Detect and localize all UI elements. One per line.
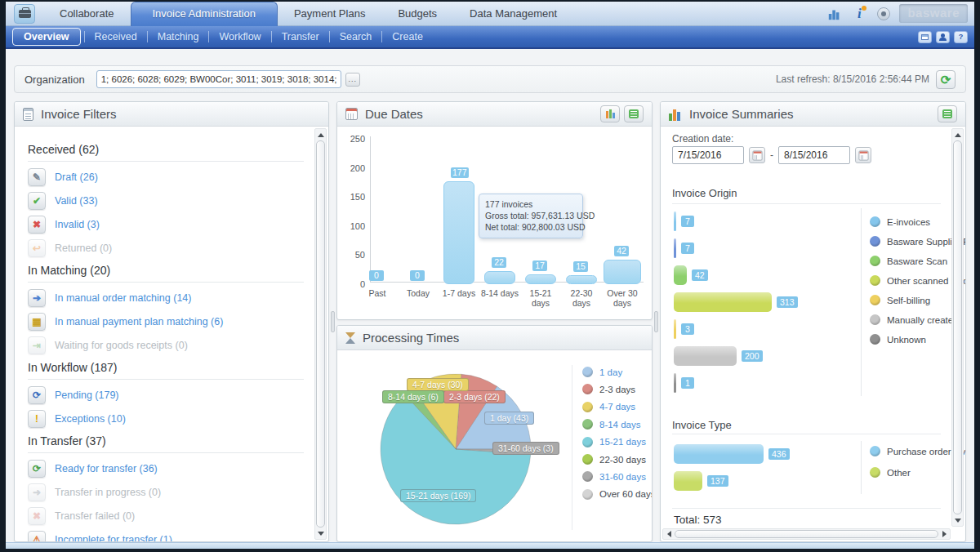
bar-basware-scan[interactable] (674, 265, 687, 285)
bar-basware-supplier-portal[interactable] (674, 238, 676, 258)
due-dates-title: Due Dates (365, 107, 423, 121)
bar-1-7-days[interactable] (443, 181, 474, 284)
summaries-export-button[interactable] (938, 105, 957, 122)
legend-dot (870, 334, 880, 345)
scroll-down-arrow[interactable] (953, 516, 962, 524)
filter-item-exceptions-10[interactable]: !Exceptions (10) (28, 410, 304, 428)
bar-self-billing[interactable] (674, 319, 676, 339)
application-window: CollaborateInvoice AdministrationPayment… (6, 2, 974, 549)
bar-8-14-days[interactable] (484, 271, 515, 284)
splitter-handle[interactable] (654, 311, 658, 332)
legend-dot (582, 367, 593, 377)
filter-item-in-manual-order-matching-14[interactable]: ➔In manual order matching (14) (28, 289, 304, 307)
top-tab-data-management[interactable]: Data Management (453, 2, 573, 25)
creation-date-label: Creation date: (672, 133, 733, 145)
analytics-button[interactable] (826, 6, 844, 22)
scroll-thumb[interactable] (316, 140, 325, 528)
legend-label: 15-21 days (599, 437, 646, 447)
top-tab-collaborate[interactable]: Collaborate (43, 2, 131, 25)
bar-other-scanned-invoices[interactable] (674, 292, 772, 312)
filter-item-incomplete-for-transfer-1[interactable]: ⚠Incomplete for transfer (1) (28, 531, 304, 541)
chart-view-toggle-button[interactable] (600, 105, 620, 122)
date-to-picker-button[interactable] (855, 147, 871, 163)
filter-item-ready-for-transfer-36[interactable]: ⟳Ready for transfer (36) (28, 460, 304, 478)
organization-browse-button[interactable]: ... (345, 73, 360, 87)
filter-item-label: In manual payment plan matching (6) (55, 316, 223, 327)
bar-unknown[interactable] (674, 373, 676, 393)
scroll-thumb[interactable] (675, 530, 938, 538)
goods-receipts-icon: ⇥ (28, 336, 46, 354)
sub-tab-workflow[interactable]: Workflow (209, 29, 270, 45)
sub-navigation-bar: OverviewReceivedMatchingWorkflowTransfer… (6, 26, 974, 49)
filter-item-in-manual-payment-plan-matching-6[interactable]: ▦In manual payment plan matching (6) (28, 313, 304, 331)
bar-e-invoices[interactable] (674, 211, 676, 231)
bar-other[interactable] (674, 471, 702, 491)
bar-purchase-order-invoice[interactable] (674, 444, 764, 464)
bar-value-badge: 7 (681, 216, 694, 227)
home-briefcase-button[interactable] (14, 4, 35, 24)
legend-dot (870, 256, 880, 266)
target-icon (877, 7, 890, 20)
sub-tab-received[interactable]: Received (85, 29, 147, 45)
invoice-summaries-title: Invoice Summaries (689, 107, 794, 121)
filter-item-pending-179[interactable]: ⟳Pending (179) (28, 386, 304, 404)
filter-item-label: Waiting for goods receipts (0) (55, 340, 188, 351)
splitter-handle[interactable] (331, 311, 335, 332)
legend-item-4-7-days[interactable]: 4-7 days (582, 402, 635, 412)
help-button[interactable]: ? (954, 31, 968, 43)
calendar-icon (858, 150, 868, 160)
invoice-summaries-panel: Invoice Summaries Creation date: - Invoi… (660, 101, 966, 542)
due-dates-export-button[interactable] (624, 105, 644, 122)
bar-over-30-days[interactable] (604, 260, 641, 284)
scroll-left-arrow[interactable] (665, 530, 673, 538)
splitter-right[interactable] (654, 101, 658, 542)
legend-item-15-21-days[interactable]: 15-21 days (582, 437, 646, 447)
legend-item-self-billing: Self-billing (870, 295, 930, 305)
top-tab-payment-plans[interactable]: Payment Plans (278, 2, 381, 25)
organization-input[interactable] (96, 70, 341, 88)
toolbar-right: Last refresh: 8/15/2016 2:56:44 PM ⟳ (776, 70, 956, 89)
filter-item-valid-33[interactable]: ✔Valid (33) (28, 192, 304, 210)
legend-label: Over 60 days (599, 489, 653, 499)
sub-tab-create[interactable]: Create (382, 29, 433, 45)
user-button[interactable] (936, 31, 950, 43)
scroll-down-arrow[interactable] (316, 529, 325, 537)
filters-scrollbar[interactable] (314, 128, 327, 540)
sub-tab-search[interactable]: Search (330, 29, 382, 45)
scroll-thumb[interactable] (953, 140, 962, 514)
pie-slice-label-15-21-days: 15-21 days (169) (400, 489, 476, 502)
splitter-left[interactable] (331, 101, 335, 542)
date-to-input[interactable] (778, 146, 850, 164)
scroll-up-arrow[interactable] (953, 131, 962, 139)
layout-button[interactable] (918, 31, 932, 43)
legend-item-31-60-days[interactable]: 31-60 days (582, 471, 646, 482)
refresh-button[interactable]: ⟳ (936, 70, 956, 89)
date-from-picker-button[interactable] (749, 147, 765, 163)
settings-button[interactable] (875, 6, 893, 22)
summaries-hscrollbar[interactable] (662, 528, 951, 540)
sub-tab-transfer[interactable]: Transfer (272, 29, 329, 45)
filter-item-invalid-3[interactable]: ✖Invalid (3) (28, 216, 304, 234)
sub-tab-matching[interactable]: Matching (148, 29, 209, 45)
summaries-vscrollbar[interactable] (951, 128, 964, 527)
legend-item-8-14-days[interactable]: 8-14 days (582, 419, 641, 430)
legend-divider (861, 208, 862, 396)
x-tick-label: Over 30 days (602, 288, 643, 308)
date-from-input[interactable] (672, 146, 744, 164)
bar-manually-created[interactable] (674, 346, 737, 366)
filter-item-draft-26[interactable]: ✎Draft (26) (28, 168, 304, 186)
top-tab-budgets[interactable]: Budgets (381, 2, 453, 25)
bar-22-30-days[interactable] (566, 275, 597, 284)
legend-item-1-day[interactable]: 1 day (582, 367, 622, 377)
notifications-button[interactable]: i (850, 6, 868, 22)
scroll-up-arrow[interactable] (316, 131, 325, 139)
bar-15-21-days[interactable] (525, 274, 556, 284)
legend-label: E-invoices (887, 217, 930, 227)
sub-tab-overview[interactable]: Overview (12, 28, 81, 46)
top-tab-invoice-administration[interactable]: Invoice Administration (131, 2, 278, 26)
bar-chart-icon (829, 7, 840, 19)
tooltip-line-1: 177 invoices (485, 198, 577, 210)
filter-item-label: In manual order matching (14) (55, 292, 191, 304)
scroll-right-arrow[interactable] (940, 530, 948, 538)
transfer-progress-icon-glyph: ➜ (33, 487, 41, 498)
